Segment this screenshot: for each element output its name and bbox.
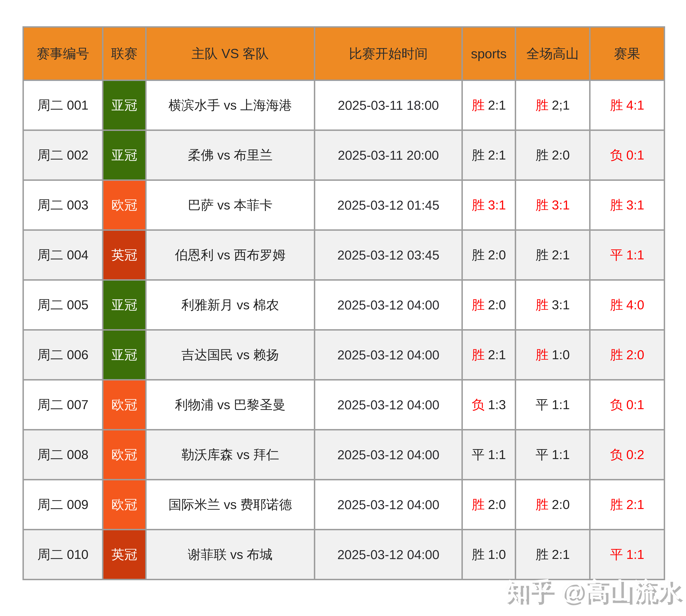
table-row: 周二 010英冠谢菲联 vs 布城2025-03-12 04:00胜1:0胜2:… [23, 530, 665, 579]
sports-prediction-cell: 胜2:0 [462, 280, 515, 330]
sports-prediction-cell: 胜2:1 [462, 130, 515, 180]
score-text: 2:1 [488, 148, 506, 162]
start-time-cell: 2025-03-11 18:00 [315, 80, 462, 130]
teams-cell: 谢菲联 vs 布城 [146, 530, 315, 579]
result-cell: 胜3:1 [590, 180, 665, 230]
league-badge: 英冠 [103, 230, 146, 280]
start-time-cell: 2025-03-12 04:00 [315, 280, 462, 330]
score-text: 1:1 [626, 547, 644, 562]
score-text: 4:1 [626, 98, 644, 112]
result-cell: 平1:1 [590, 230, 665, 280]
result-cell: 胜4:0 [590, 280, 665, 330]
score-text: 2;1 [552, 98, 570, 112]
outcome-text: 胜 [535, 298, 548, 312]
match-number-cell: 周二 007 [23, 380, 103, 430]
sports-prediction-cell: 负1:3 [462, 380, 515, 430]
league-badge: 亚冠 [103, 280, 146, 330]
sports-prediction-cell: 平1:1 [462, 430, 515, 480]
teams-cell: 伯恩利 vs 西布罗姆 [146, 230, 315, 280]
result-cell: 胜2:1 [590, 480, 665, 530]
fullcourt-prediction-cell: 胜3:1 [515, 180, 590, 230]
outcome-text: 胜 [535, 98, 548, 112]
score-text: 2:0 [626, 348, 644, 362]
sports-prediction-cell: 胜1:0 [462, 530, 515, 579]
header-result: 赛果 [590, 27, 665, 80]
table-row: 周二 006亚冠吉达国民 vs 赖扬2025-03-12 04:00胜2:1胜1… [23, 330, 665, 380]
result-cell: 胜2:0 [590, 330, 665, 380]
match-number-cell: 周二 003 [23, 180, 103, 230]
outcome-text: 平 [471, 447, 485, 462]
outcome-text: 平 [610, 248, 623, 262]
outcome-text: 负 [610, 447, 623, 462]
match-number-cell: 周二 004 [23, 230, 103, 280]
table-body: 周二 001亚冠横滨水手 vs 上海海港2025-03-11 18:00胜2:1… [23, 80, 665, 579]
fullcourt-prediction-cell: 胜3:1 [515, 280, 590, 330]
outcome-text: 胜 [471, 348, 485, 362]
outcome-text: 负 [610, 148, 623, 162]
table-row: 周二 002亚冠柔佛 vs 布里兰2025-03-11 20:00胜2:1胜2:… [23, 130, 665, 180]
score-text: 4:0 [626, 298, 644, 312]
league-badge: 欧冠 [103, 180, 146, 230]
header-fullcourt-gaoshan: 全场高山 [515, 27, 590, 80]
league-badge: 英冠 [103, 530, 146, 579]
teams-cell: 利雅新月 vs 棉农 [146, 280, 315, 330]
league-badge: 亚冠 [103, 330, 146, 380]
score-text: 1:0 [488, 547, 506, 562]
outcome-text: 胜 [610, 298, 623, 312]
teams-cell: 横滨水手 vs 上海海港 [146, 80, 315, 130]
score-text: 1:3 [488, 397, 506, 412]
score-text: 3:1 [488, 198, 506, 212]
header-start-time: 比赛开始时间 [315, 27, 462, 80]
score-text: 3:1 [552, 198, 570, 212]
outcome-text: 胜 [610, 497, 623, 512]
result-cell: 负0:1 [590, 380, 665, 430]
result-cell: 负0:2 [590, 430, 665, 480]
score-text: 0:1 [626, 148, 644, 162]
score-text: 1:1 [626, 248, 644, 262]
match-number-cell: 周二 008 [23, 430, 103, 480]
score-text: 2:1 [552, 248, 570, 262]
outcome-text: 胜 [535, 348, 548, 362]
score-text: 2:0 [552, 148, 570, 162]
outcome-text: 胜 [535, 547, 548, 562]
score-text: 1:1 [552, 447, 570, 462]
sports-prediction-cell: 胜2:1 [462, 330, 515, 380]
table-row: 周二 005亚冠利雅新月 vs 棉农2025-03-12 04:00胜2:0胜3… [23, 280, 665, 330]
table-row: 周二 007欧冠利物浦 vs 巴黎圣曼2025-03-12 04:00负1:3平… [23, 380, 665, 430]
match-number-cell: 周二 005 [23, 280, 103, 330]
league-badge: 欧冠 [103, 430, 146, 480]
fullcourt-prediction-cell: 胜2:0 [515, 480, 590, 530]
start-time-cell: 2025-03-12 04:00 [315, 430, 462, 480]
outcome-text: 胜 [471, 497, 485, 512]
outcome-text: 胜 [535, 148, 548, 162]
score-text: 1:1 [488, 447, 506, 462]
start-time-cell: 2025-03-12 03:45 [315, 230, 462, 280]
start-time-cell: 2025-03-11 20:00 [315, 130, 462, 180]
outcome-text: 胜 [471, 248, 485, 262]
teams-cell: 吉达国民 vs 赖扬 [146, 330, 315, 380]
outcome-text: 胜 [471, 198, 485, 212]
table-row: 周二 009欧冠国际米兰 vs 费耶诺德2025-03-12 04:00胜2:0… [23, 480, 665, 530]
match-number-cell: 周二 006 [23, 330, 103, 380]
outcome-text: 负 [610, 397, 623, 412]
header-row: 赛事编号联赛主队 VS 客队比赛开始时间sports全场高山赛果 [23, 27, 665, 80]
start-time-cell: 2025-03-12 04:00 [315, 480, 462, 530]
start-time-cell: 2025-03-12 04:00 [315, 380, 462, 430]
table-row: 周二 001亚冠横滨水手 vs 上海海港2025-03-11 18:00胜2:1… [23, 80, 665, 130]
teams-cell: 柔佛 vs 布里兰 [146, 130, 315, 180]
header-match-number: 赛事编号 [23, 27, 103, 80]
result-cell: 胜4:1 [590, 80, 665, 130]
outcome-text: 平 [610, 547, 623, 562]
outcome-text: 胜 [471, 148, 485, 162]
fullcourt-prediction-cell: 平1:1 [515, 430, 590, 480]
fullcourt-prediction-cell: 平1:1 [515, 380, 590, 430]
score-text: 2:0 [488, 298, 506, 312]
league-badge: 亚冠 [103, 80, 146, 130]
start-time-cell: 2025-03-12 04:00 [315, 330, 462, 380]
league-badge: 欧冠 [103, 380, 146, 430]
table-row: 周二 004英冠伯恩利 vs 西布罗姆2025-03-12 03:45胜2:0胜… [23, 230, 665, 280]
table-row: 周二 008欧冠勒沃库森 vs 拜仁2025-03-12 04:00平1:1平1… [23, 430, 665, 480]
score-text: 3:1 [626, 198, 644, 212]
outcome-text: 胜 [471, 547, 485, 562]
score-text: 2:1 [488, 98, 506, 112]
